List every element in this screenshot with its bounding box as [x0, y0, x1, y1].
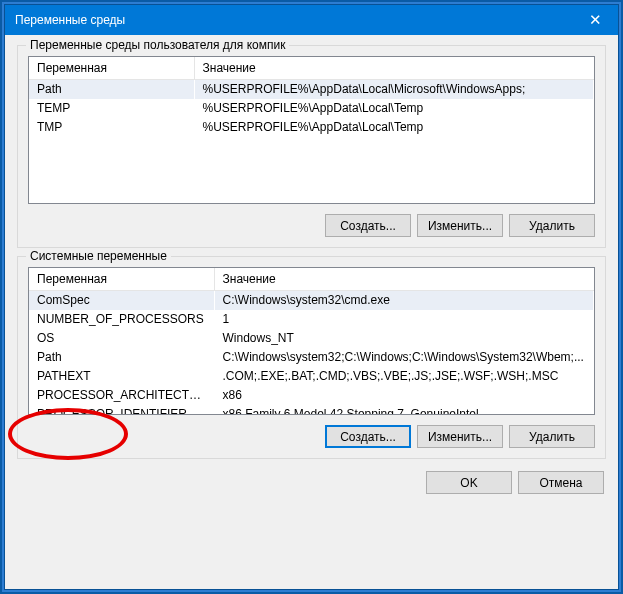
user-vars-group-label: Переменные среды пользователя для компик [26, 38, 289, 52]
close-button[interactable]: ✕ [572, 5, 618, 35]
table-row[interactable]: NUMBER_OF_PROCESSORS1 [29, 310, 594, 329]
cell-value: .COM;.EXE;.BAT;.CMD;.VBS;.VBE;.JS;.JSE;.… [214, 367, 594, 386]
cell-variable: OS [29, 329, 214, 348]
system-vars-buttons: Создать... Изменить... Удалить [28, 425, 595, 448]
cell-variable: PROCESSOR_ARCHITECTURE [29, 386, 214, 405]
table-row[interactable]: ComSpecC:\Windows\system32\cmd.exe [29, 291, 594, 310]
cell-variable: PROCESSOR_IDENTIFIER [29, 405, 214, 416]
cell-value: %USERPROFILE%\AppData\Local\Temp [194, 99, 594, 118]
ok-button[interactable]: OK [426, 471, 512, 494]
system-vars-table[interactable]: Переменная Значение ComSpecC:\Windows\sy… [28, 267, 595, 415]
user-edit-button[interactable]: Изменить... [417, 214, 503, 237]
annotation-highlight-ellipse [8, 408, 128, 460]
cell-variable: PATHEXT [29, 367, 214, 386]
system-delete-button[interactable]: Удалить [509, 425, 595, 448]
system-vars-group: Системные переменные Переменная Значение… [17, 256, 606, 459]
system-edit-button[interactable]: Изменить... [417, 425, 503, 448]
user-vars-table[interactable]: Переменная Значение Path%USERPROFILE%\Ap… [28, 56, 595, 204]
user-col-value[interactable]: Значение [194, 57, 594, 80]
cell-variable: Path [29, 80, 194, 99]
table-row[interactable]: PathC:\Windows\system32;C:\Windows;C:\Wi… [29, 348, 594, 367]
cell-value: %USERPROFILE%\AppData\Local\Microsoft\Wi… [194, 80, 594, 99]
cell-value: Windows_NT [214, 329, 594, 348]
table-row[interactable]: OSWindows_NT [29, 329, 594, 348]
window-title: Переменные среды [15, 13, 572, 27]
close-icon: ✕ [589, 11, 602, 29]
user-vars-buttons: Создать... Изменить... Удалить [28, 214, 595, 237]
cell-value: 1 [214, 310, 594, 329]
sys-col-value[interactable]: Значение [214, 268, 594, 291]
sys-col-variable[interactable]: Переменная [29, 268, 214, 291]
cell-variable: ComSpec [29, 291, 214, 310]
cell-variable: NUMBER_OF_PROCESSORS [29, 310, 214, 329]
user-create-button[interactable]: Создать... [325, 214, 411, 237]
user-col-variable[interactable]: Переменная [29, 57, 194, 80]
table-row[interactable]: Path%USERPROFILE%\AppData\Local\Microsof… [29, 80, 594, 99]
cell-value: C:\Windows\system32\cmd.exe [214, 291, 594, 310]
cell-value: C:\Windows\system32;C:\Windows;C:\Window… [214, 348, 594, 367]
system-create-button[interactable]: Создать... [325, 425, 411, 448]
user-vars-group: Переменные среды пользователя для компик… [17, 45, 606, 248]
table-row[interactable]: PROCESSOR_ARCHITECTUREx86 [29, 386, 594, 405]
cell-variable: TMP [29, 118, 194, 137]
cell-variable: Path [29, 348, 214, 367]
dialog-buttons: OK Отмена [17, 467, 606, 496]
content-area: Переменные среды пользователя для компик… [5, 35, 618, 589]
system-vars-group-label: Системные переменные [26, 249, 171, 263]
cell-value: x86 [214, 386, 594, 405]
table-row[interactable]: TEMP%USERPROFILE%\AppData\Local\Temp [29, 99, 594, 118]
cell-value: x86 Family 6 Model 42 Stepping 7, Genuin… [214, 405, 594, 416]
cancel-button[interactable]: Отмена [518, 471, 604, 494]
table-row[interactable]: PROCESSOR_IDENTIFIERx86 Family 6 Model 4… [29, 405, 594, 416]
table-row[interactable]: TMP%USERPROFILE%\AppData\Local\Temp [29, 118, 594, 137]
env-vars-dialog: Переменные среды ✕ Переменные среды поль… [5, 5, 618, 589]
user-delete-button[interactable]: Удалить [509, 214, 595, 237]
table-row[interactable]: PATHEXT.COM;.EXE;.BAT;.CMD;.VBS;.VBE;.JS… [29, 367, 594, 386]
cell-variable: TEMP [29, 99, 194, 118]
titlebar: Переменные среды ✕ [5, 5, 618, 35]
cell-value: %USERPROFILE%\AppData\Local\Temp [194, 118, 594, 137]
